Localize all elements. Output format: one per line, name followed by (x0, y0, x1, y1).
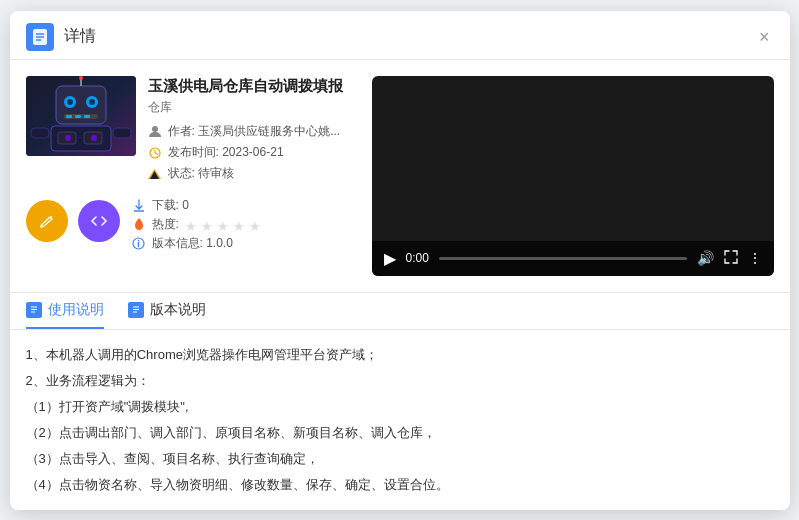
progress-bar[interactable] (439, 257, 687, 260)
svg-rect-11 (66, 115, 72, 118)
status-row: 状态: 待审核 (148, 164, 356, 183)
tab-version[interactable]: 版本说明 (128, 293, 206, 329)
star-3: ★ (217, 217, 231, 231)
svg-rect-21 (31, 128, 49, 138)
video-time: 0:00 (406, 251, 429, 265)
item-category: 仓库 (148, 99, 356, 116)
status-icon (148, 167, 162, 181)
svg-point-32 (138, 240, 140, 242)
status-label: 状态: 待审核 (168, 164, 235, 183)
download-icon (132, 198, 146, 212)
svg-point-17 (65, 135, 71, 141)
svg-line-26 (155, 153, 158, 155)
svg-point-8 (67, 99, 73, 105)
publish-row: 发布时间: 2023-06-21 (148, 143, 356, 162)
tab-version-label: 版本说明 (150, 301, 206, 319)
star-4: ★ (233, 217, 247, 231)
download-row: 下载: 0 (132, 196, 356, 215)
content-line-1: 1、本机器人调用的Chrome浏览器操作电网管理平台资产域； (26, 342, 774, 368)
clock-icon (148, 146, 162, 160)
dialog-body: 玉溪供电局仓库自动调拨填报 仓库 作者: 玉溪局供应链服务中心姚... (10, 60, 790, 510)
svg-point-23 (152, 126, 158, 132)
left-panel: 玉溪供电局仓库自动调拨填报 仓库 作者: 玉溪局供应链服务中心姚... (26, 76, 356, 276)
content-line-3: （1）打开资产域"调拨模块", (26, 394, 774, 420)
svg-rect-12 (75, 115, 81, 118)
more-button[interactable]: ⋮ (748, 250, 762, 266)
video-player: ▶ 0:00 🔊 ⋮ (372, 76, 774, 276)
hotness-label: 热度: (152, 215, 179, 234)
version-label: 版本信息: 1.0.0 (152, 234, 233, 253)
robot-image (26, 76, 136, 156)
fire-icon (132, 217, 146, 231)
download-label: 下载: 0 (152, 196, 189, 215)
close-button[interactable]: × (755, 24, 774, 50)
item-title: 玉溪供电局仓库自动调拨填报 (148, 76, 356, 96)
video-panel: ▶ 0:00 🔊 ⋮ (372, 76, 774, 276)
stars: ★ ★ ★ ★ ★ (185, 217, 263, 231)
content-line-6: （4）点击物资名称、导入物资明细、修改数量、保存、确定、设置合位。 (26, 472, 774, 498)
top-section: 玉溪供电局仓库自动调拨填报 仓库 作者: 玉溪局供应链服务中心姚... (10, 60, 790, 292)
tabs: 使用说明 版本说明 (10, 293, 790, 330)
svg-point-20 (79, 76, 83, 80)
svg-rect-13 (84, 115, 90, 118)
info-icon (132, 237, 146, 251)
content-area[interactable]: 1、本机器人调用的Chrome浏览器操作电网管理平台资产域； 2、业务流程逻辑为… (10, 330, 790, 510)
dialog-header: 详情 × (10, 11, 790, 60)
video-controls: ▶ 0:00 🔊 ⋮ (372, 241, 774, 276)
header-icon (26, 23, 54, 51)
tab-version-icon (128, 302, 144, 318)
author-label: 作者: 玉溪局供应链服务中心姚... (168, 122, 341, 141)
content-line-4: （2）点击调出部门、调入部门、原项目名称、新项目名称、调入仓库， (26, 420, 774, 446)
star-2: ★ (201, 217, 215, 231)
svg-rect-22 (113, 128, 131, 138)
extra-meta: 下载: 0 热度: ★ ★ ★ ★ (132, 196, 356, 254)
publish-label: 发布时间: 2023-06-21 (168, 143, 284, 162)
thumbnail (26, 76, 136, 156)
content-line-2: 2、业务流程逻辑为： (26, 368, 774, 394)
tab-usage-icon (26, 302, 42, 318)
code-button[interactable] (78, 200, 120, 242)
detail-dialog: 详情 × (10, 11, 790, 510)
play-button[interactable]: ▶ (384, 249, 396, 268)
tab-usage-label: 使用说明 (48, 301, 104, 319)
action-buttons (26, 200, 120, 242)
star-1: ★ (185, 217, 199, 231)
author-row: 作者: 玉溪局供应链服务中心姚... (148, 122, 356, 141)
volume-button[interactable]: 🔊 (697, 250, 714, 266)
dialog-title: 详情 (64, 26, 755, 47)
content-line-5: （3）点击导入、查阅、项目名称、执行查询确定， (26, 446, 774, 472)
bottom-section: 使用说明 版本说明 1、本机器人调用的Chrome浏览器操作电网管理平台资产域；… (10, 292, 790, 510)
hotness-row: 热度: ★ ★ ★ ★ ★ (132, 215, 356, 234)
tab-usage[interactable]: 使用说明 (26, 293, 104, 329)
meta-info: 玉溪供电局仓库自动调拨填报 仓库 作者: 玉溪局供应链服务中心姚... (148, 76, 356, 184)
svg-point-9 (89, 99, 95, 105)
version-row: 版本信息: 1.0.0 (132, 234, 356, 253)
info-top: 玉溪供电局仓库自动调拨填报 仓库 作者: 玉溪局供应链服务中心姚... (26, 76, 356, 184)
star-5: ★ (249, 217, 263, 231)
fullscreen-button[interactable] (724, 250, 738, 267)
svg-point-18 (91, 135, 97, 141)
edit-button[interactable] (26, 200, 68, 242)
author-icon (148, 125, 162, 139)
